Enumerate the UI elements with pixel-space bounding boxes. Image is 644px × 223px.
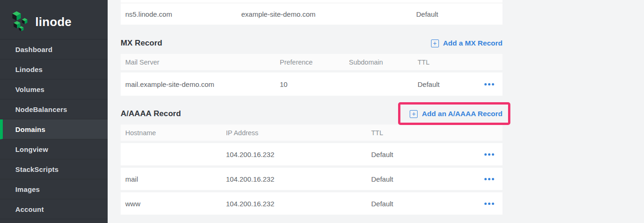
app-window: linode Dashboard Linodes Volumes NodeBal… [0,0,644,223]
ellipsis-icon [484,178,487,180]
a-header-ttl: TTL [367,129,422,137]
a-ttl-cell: Default [367,200,422,208]
a-row-actions-button[interactable] [483,151,495,158]
ns-record-table: ns5.linode.com example-site-demo.com Def… [121,0,502,25]
ns-record-row-partial [121,0,502,3]
a-header-hostname: Hostname [121,129,221,137]
sidebar-item-volumes[interactable]: Volumes [0,79,108,99]
mx-table-header: Mail Server Preference Subdomain TTL [121,54,502,70]
sidebar-item-dashboard[interactable]: Dashboard [0,39,108,59]
linode-cubes-icon [11,11,30,36]
mx-header-subdomain: Subdomain [344,59,413,66]
sidebar-item-domains[interactable]: Domains [0,119,108,139]
a-ttl-cell: Default [367,151,422,158]
a-record-row: www 104.200.16.232 Default [121,192,502,215]
ellipsis-icon [484,153,487,156]
a-table-header: Hostname IP Address TTL [121,125,502,141]
domain-records-panel: ns5.linode.com example-site-demo.com Def… [121,0,502,223]
linode-logo[interactable]: linode [0,0,108,39]
a-ip-cell: 104.200.16.232 [221,200,367,208]
add-mx-record-button[interactable]: + Add a MX Record [431,39,502,47]
ns-subdomain-cell: example-site-demo.com [237,10,412,18]
mx-section-title: MX Record [121,39,162,48]
sidebar-item-linodes[interactable]: Linodes [0,59,108,79]
mx-header-mail-server: Mail Server [121,59,275,66]
sidebar-item-stackscripts[interactable]: StackScripts [0,159,108,179]
sidebar-item-images[interactable]: Images [0,179,108,199]
a-hostname-cell: mail [121,175,221,183]
mx-row-actions-button[interactable] [483,80,495,88]
ns-name-server-cell: ns5.linode.com [121,10,237,18]
linode-logo-text: linode [35,15,71,32]
mx-ttl-cell: Default [413,80,469,88]
a-ip-cell: 104.200.16.232 [221,151,367,158]
sidebar-item-nodebalancers[interactable]: NodeBalancers [0,99,108,119]
sidebar-nav: Dashboard Linodes Volumes NodeBalancers … [0,39,108,219]
a-row-actions-button[interactable] [483,175,495,183]
plus-square-icon: + [431,39,439,47]
add-a-record-label: Add an A/AAAA Record [422,110,502,118]
sidebar-item-longview[interactable]: Longview [0,139,108,159]
a-hostname-cell: www [121,200,221,208]
mx-mail-server-cell: mail.example-site-demo.com [121,80,275,88]
mx-record-section: MX Record + Add a MX Record Mail Server … [121,39,502,96]
mx-header-ttl: TTL [413,59,469,66]
a-record-row: 104.200.16.232 Default [121,143,502,165]
ellipsis-icon [484,83,487,85]
ns-ttl-cell: Default [412,10,502,18]
a-ip-cell: 104.200.16.232 [221,175,367,183]
add-a-record-button[interactable]: + Add an A/AAAA Record [410,110,502,118]
a-record-row: mail 104.200.16.232 Default [121,168,502,190]
a-row-actions-button[interactable] [483,200,495,208]
ellipsis-icon [484,203,487,205]
mx-preference-cell: 10 [275,80,344,88]
sidebar-item-account[interactable]: Account [0,199,108,219]
plus-square-icon: + [410,110,418,118]
ns-record-row: ns5.linode.com example-site-demo.com Def… [121,3,502,25]
sidebar: linode Dashboard Linodes Volumes NodeBal… [0,0,108,223]
add-mx-record-label: Add a MX Record [443,39,502,47]
mx-record-row: mail.example-site-demo.com 10 Default [121,72,502,96]
a-ttl-cell: Default [367,175,422,183]
a-record-section: A/AAAA Record + Add an A/AAAA Record Hos… [121,109,502,215]
mx-header-preference: Preference [275,59,344,66]
a-header-ip-address: IP Address [221,129,367,137]
a-section-title: A/AAAA Record [121,109,181,118]
